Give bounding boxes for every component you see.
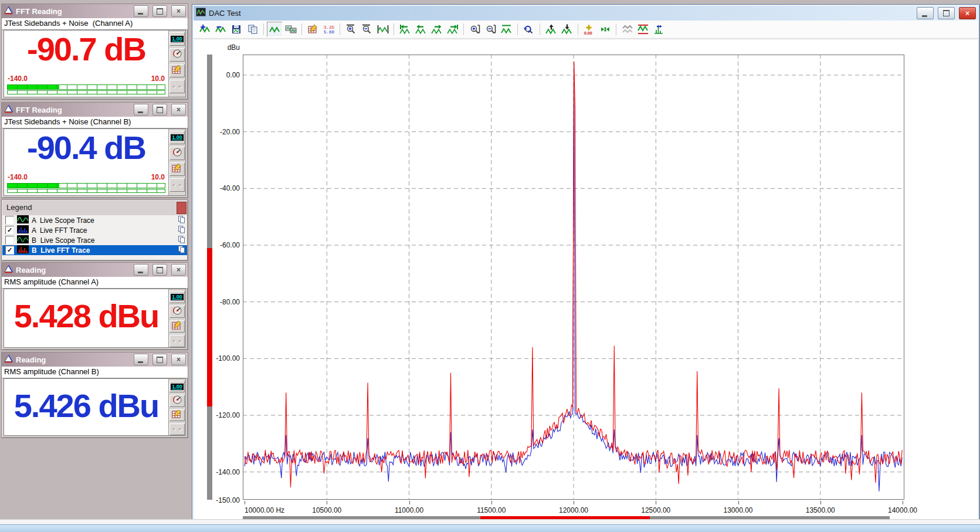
pan-left-button[interactable] [413,22,429,37]
checkbox[interactable] [5,216,14,225]
close-button[interactable]: × [171,354,186,365]
undo-zoom-button[interactable] [521,22,537,37]
limit-lines-button[interactable] [635,22,651,37]
dial-icon [172,147,182,160]
reading-b-titlebar[interactable]: Reading × [2,353,188,367]
ap-triangle-icon [4,265,13,276]
vertical-zoom-thumb[interactable] [207,248,212,406]
ap-triangle-icon [4,6,13,17]
x-tick-mark [245,501,245,504]
copy-icon[interactable] [178,235,185,246]
zero-cursor-button[interactable]: 0.00 [581,22,597,37]
legend-title: Legend [6,203,32,212]
measurement-label: JTest Sidebands + Noise (Channel B) [2,117,188,128]
autoscale-horizontal-button[interactable] [375,22,391,37]
pan-left-end-button[interactable] [397,22,413,37]
legend-item-b-scope[interactable]: B Live Scope Trace [2,235,187,245]
meter-settings-button[interactable] [169,48,185,62]
zoom-in-vertical-button[interactable] [467,22,483,37]
x-tick-label: 12000.00 [541,506,606,515]
show-graph-button[interactable] [267,22,283,37]
units-button[interactable]: 1.00 [169,291,185,303]
x-tick-mark [491,501,492,504]
edit-settings-button[interactable] [169,64,185,77]
units-button[interactable]: 1.00 [169,381,185,392]
copy-graph-button[interactable] [245,22,260,37]
meter-settings-button[interactable] [169,306,185,318]
close-button[interactable]: × [959,7,976,19]
restore-button[interactable] [152,5,167,17]
edit-settings-button[interactable] [169,320,185,333]
close-button[interactable]: × [171,264,186,276]
cursor-tool-button[interactable] [651,22,667,37]
show-data-values-button[interactable]: 3.255.60 [321,22,337,37]
checkbox[interactable] [5,236,14,245]
show-settings-panels-button[interactable] [283,22,299,37]
meter-settings-button[interactable] [169,395,185,406]
delete-trace-button[interactable] [213,22,229,37]
fft-reading-a-titlebar[interactable]: FFT Reading × [2,4,188,18]
restore-button[interactable] [152,354,167,365]
minimize-button[interactable] [134,5,148,17]
y-tick-label: -40.00 [198,184,240,192]
edit-graph-button[interactable] [305,22,321,37]
compress-axis-button[interactable] [597,22,613,37]
edit-settings-button[interactable] [169,409,185,421]
legend-item-a-scope[interactable]: A Live Scope Trace [2,215,187,225]
measurement-label: RMS amplitude (Channel A) [2,277,188,289]
toolbar-separator [301,23,302,35]
units-button[interactable]: 1.00 [169,131,185,144]
add-trace-button[interactable] [197,22,213,37]
vertical-zoom-scrollbar[interactable] [207,55,212,500]
legend-titlebar[interactable]: Legend [2,200,188,215]
measurement-label: RMS amplitude (Channel B) [2,367,188,378]
x-tick-label: 13500.00 [788,506,853,515]
shift-trace-down-button[interactable] [559,22,575,37]
zoom-out-horizontal-button[interactable] [359,22,375,37]
ap-triangle-icon [4,104,13,116]
reading-a-titlebar[interactable]: Reading × [2,263,188,277]
minimize-button[interactable] [134,104,148,116]
toolbar-separator [340,23,340,35]
measurement-label: JTest Sidebands + Noise (Channel A) [2,18,188,30]
y-tick-label: -20.00 [198,128,240,136]
maximize-button[interactable] [938,7,955,19]
app-root: FFT Reading × JTest Sidebands + Noise (C… [0,0,980,532]
fft-reading-b-value: -90.4 dB [4,131,168,164]
y-tick-label: -140.00 [198,468,240,476]
x-tick-label: 14000.00 [870,506,935,515]
copy-icon[interactable] [178,215,185,226]
autoscale-vertical-button[interactable] [499,22,514,37]
transform-trace-button[interactable] [619,22,635,37]
copy-icon[interactable] [178,225,185,236]
x-tick-mark [656,501,656,504]
window-title: FFT Reading [16,7,130,16]
restore-button[interactable] [152,264,167,276]
minimize-button[interactable] [917,7,934,19]
range-min-label: -140.0 [8,173,28,181]
close-icon[interactable] [177,202,186,214]
minimize-button[interactable] [134,264,148,276]
zoom-out-vertical-button[interactable] [483,22,499,37]
legend-item-a-fft[interactable]: ✓ A Live FFT Trace [2,225,187,235]
minimize-button[interactable] [134,354,148,365]
units-button[interactable]: 1.00 [169,32,185,46]
shift-trace-up-button[interactable] [543,22,559,37]
range-max-label: 10.0 [151,74,165,83]
fft-reading-b-titlebar[interactable]: FFT Reading × [2,103,188,117]
checkbox[interactable]: ✓ [5,246,14,255]
pan-right-button[interactable] [429,22,445,37]
checkbox[interactable]: ✓ [5,226,14,235]
zoom-in-horizontal-button[interactable] [343,22,359,37]
edit-settings-button[interactable] [169,162,185,176]
dac-test-titlebar[interactable]: DAC Test × [194,6,978,21]
close-button[interactable]: × [171,104,186,116]
restore-button[interactable] [152,104,167,116]
pan-right-end-button[interactable] [445,22,460,37]
svg-text:5.60: 5.60 [324,30,335,35]
save-trace-data-button[interactable] [229,22,245,37]
meter-settings-button[interactable] [169,147,185,160]
legend-item-b-fft[interactable]: ✓ B Live FFT Trace [2,245,187,255]
copy-icon[interactable] [178,245,185,256]
close-button[interactable]: × [171,5,186,17]
